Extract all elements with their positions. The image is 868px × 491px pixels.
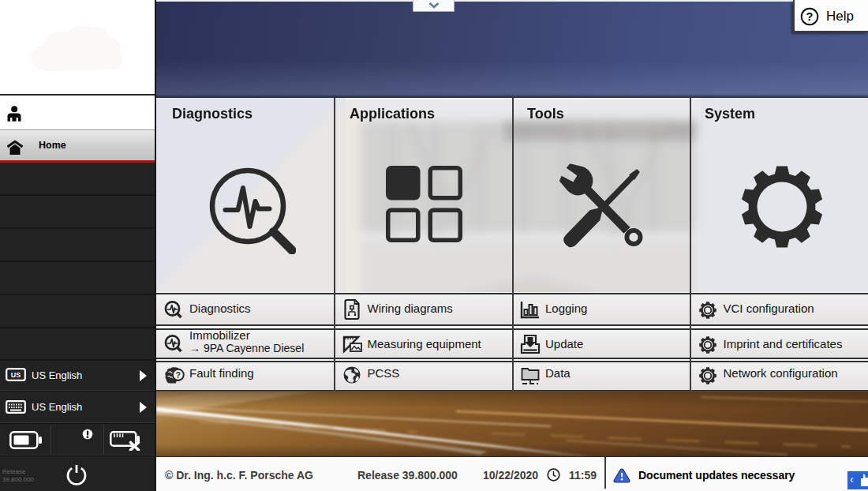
svg-text:?: ? xyxy=(806,10,814,23)
svg-text:?: ? xyxy=(176,370,181,380)
svg-text:US: US xyxy=(11,371,21,379)
